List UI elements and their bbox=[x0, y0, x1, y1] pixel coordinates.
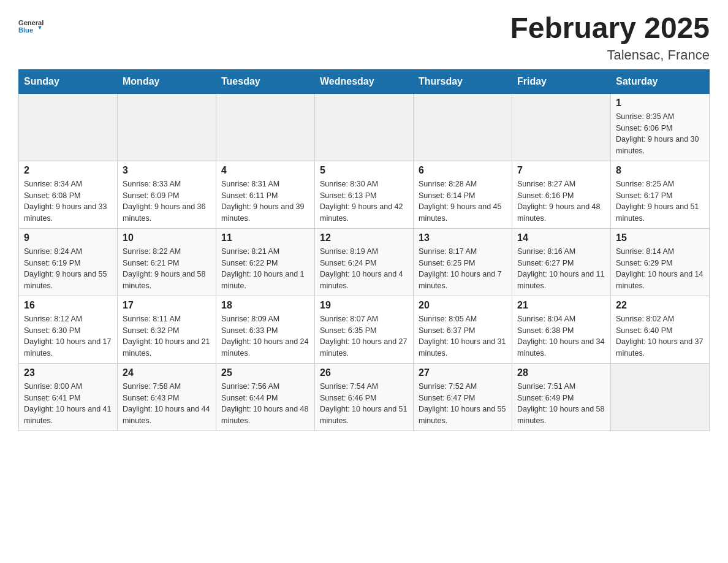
day-number: 14 bbox=[517, 232, 605, 243]
day-info: Sunrise: 8:22 AMSunset: 6:21 PMDaylight:… bbox=[123, 246, 211, 292]
calendar-cell: 27Sunrise: 7:52 AMSunset: 6:47 PMDayligh… bbox=[414, 363, 512, 431]
calendar-week-row: 16Sunrise: 8:12 AMSunset: 6:30 PMDayligh… bbox=[19, 296, 710, 363]
calendar-cell bbox=[315, 93, 414, 161]
calendar-cell: 4Sunrise: 8:31 AMSunset: 6:11 PMDaylight… bbox=[216, 161, 315, 228]
month-title: February 2025 bbox=[510, 12, 710, 45]
calendar-cell: 24Sunrise: 7:58 AMSunset: 6:43 PMDayligh… bbox=[118, 363, 216, 431]
day-info: Sunrise: 8:19 AMSunset: 6:24 PMDaylight:… bbox=[320, 246, 408, 292]
day-info: Sunrise: 8:17 AMSunset: 6:25 PMDaylight:… bbox=[419, 246, 507, 292]
calendar-cell: 22Sunrise: 8:02 AMSunset: 6:40 PMDayligh… bbox=[611, 296, 710, 363]
day-number: 9 bbox=[24, 232, 112, 243]
day-info: Sunrise: 8:07 AMSunset: 6:35 PMDaylight:… bbox=[320, 313, 408, 359]
calendar-cell: 20Sunrise: 8:05 AMSunset: 6:37 PMDayligh… bbox=[414, 296, 512, 363]
calendar-week-row: 23Sunrise: 8:00 AMSunset: 6:41 PMDayligh… bbox=[19, 363, 710, 431]
day-header-thursday: Thursday bbox=[414, 69, 512, 93]
svg-marker-1 bbox=[38, 26, 42, 30]
calendar-cell: 5Sunrise: 8:30 AMSunset: 6:13 PMDaylight… bbox=[315, 161, 414, 228]
day-number: 25 bbox=[221, 367, 309, 378]
day-header-monday: Monday bbox=[118, 69, 216, 93]
day-number: 12 bbox=[320, 232, 408, 243]
location-title: Talensac, France bbox=[510, 47, 710, 63]
calendar-cell: 8Sunrise: 8:25 AMSunset: 6:17 PMDaylight… bbox=[611, 161, 710, 228]
day-info: Sunrise: 8:09 AMSunset: 6:33 PMDaylight:… bbox=[221, 313, 309, 359]
day-info: Sunrise: 7:52 AMSunset: 6:47 PMDaylight:… bbox=[419, 381, 507, 427]
day-number: 22 bbox=[616, 300, 704, 311]
calendar-cell bbox=[414, 93, 512, 161]
calendar-cell: 15Sunrise: 8:14 AMSunset: 6:29 PMDayligh… bbox=[611, 228, 710, 296]
day-info: Sunrise: 8:33 AMSunset: 6:09 PMDaylight:… bbox=[123, 178, 211, 224]
day-info: Sunrise: 8:14 AMSunset: 6:29 PMDaylight:… bbox=[616, 246, 704, 292]
calendar-cell: 21Sunrise: 8:04 AMSunset: 6:38 PMDayligh… bbox=[512, 296, 611, 363]
day-info: Sunrise: 8:34 AMSunset: 6:08 PMDaylight:… bbox=[24, 178, 112, 224]
day-info: Sunrise: 8:28 AMSunset: 6:14 PMDaylight:… bbox=[419, 178, 507, 224]
day-header-friday: Friday bbox=[512, 69, 611, 93]
calendar-cell: 26Sunrise: 7:54 AMSunset: 6:46 PMDayligh… bbox=[315, 363, 414, 431]
calendar-cell: 13Sunrise: 8:17 AMSunset: 6:25 PMDayligh… bbox=[414, 228, 512, 296]
day-info: Sunrise: 8:16 AMSunset: 6:27 PMDaylight:… bbox=[517, 246, 605, 292]
day-number: 28 bbox=[517, 367, 605, 378]
logo-icon: General Blue bbox=[18, 12, 49, 40]
day-number: 11 bbox=[221, 232, 309, 243]
svg-text:Blue: Blue bbox=[18, 26, 33, 34]
day-number: 27 bbox=[419, 367, 507, 378]
day-info: Sunrise: 7:54 AMSunset: 6:46 PMDaylight:… bbox=[320, 381, 408, 427]
calendar-cell: 28Sunrise: 7:51 AMSunset: 6:49 PMDayligh… bbox=[512, 363, 611, 431]
day-info: Sunrise: 8:31 AMSunset: 6:11 PMDaylight:… bbox=[221, 178, 309, 224]
day-info: Sunrise: 8:21 AMSunset: 6:22 PMDaylight:… bbox=[221, 246, 309, 292]
calendar-cell bbox=[216, 93, 315, 161]
day-number: 23 bbox=[24, 367, 112, 378]
day-number: 5 bbox=[320, 165, 408, 176]
calendar-week-row: 9Sunrise: 8:24 AMSunset: 6:19 PMDaylight… bbox=[19, 228, 710, 296]
day-number: 2 bbox=[24, 165, 112, 176]
calendar-cell bbox=[611, 363, 710, 431]
day-info: Sunrise: 8:04 AMSunset: 6:38 PMDaylight:… bbox=[517, 313, 605, 359]
day-number: 21 bbox=[517, 300, 605, 311]
day-info: Sunrise: 8:12 AMSunset: 6:30 PMDaylight:… bbox=[24, 313, 112, 359]
day-number: 3 bbox=[123, 165, 211, 176]
day-number: 1 bbox=[616, 98, 704, 109]
calendar-cell: 25Sunrise: 7:56 AMSunset: 6:44 PMDayligh… bbox=[216, 363, 315, 431]
calendar-cell: 16Sunrise: 8:12 AMSunset: 6:30 PMDayligh… bbox=[19, 296, 118, 363]
day-number: 17 bbox=[123, 300, 211, 311]
calendar-cell: 6Sunrise: 8:28 AMSunset: 6:14 PMDaylight… bbox=[414, 161, 512, 228]
day-info: Sunrise: 8:02 AMSunset: 6:40 PMDaylight:… bbox=[616, 313, 704, 359]
day-info: Sunrise: 8:11 AMSunset: 6:32 PMDaylight:… bbox=[123, 313, 211, 359]
calendar-cell: 23Sunrise: 8:00 AMSunset: 6:41 PMDayligh… bbox=[19, 363, 118, 431]
day-number: 7 bbox=[517, 165, 605, 176]
calendar-cell: 12Sunrise: 8:19 AMSunset: 6:24 PMDayligh… bbox=[315, 228, 414, 296]
svg-text:General: General bbox=[18, 19, 44, 26]
day-header-wednesday: Wednesday bbox=[315, 69, 414, 93]
calendar-cell: 2Sunrise: 8:34 AMSunset: 6:08 PMDaylight… bbox=[19, 161, 118, 228]
day-header-sunday: Sunday bbox=[19, 69, 118, 93]
logo: General Blue bbox=[18, 12, 49, 40]
day-number: 19 bbox=[320, 300, 408, 311]
day-info: Sunrise: 8:30 AMSunset: 6:13 PMDaylight:… bbox=[320, 178, 408, 224]
day-header-tuesday: Tuesday bbox=[216, 69, 315, 93]
day-info: Sunrise: 8:24 AMSunset: 6:19 PMDaylight:… bbox=[24, 246, 112, 292]
day-number: 6 bbox=[419, 165, 507, 176]
calendar-cell: 1Sunrise: 8:35 AMSunset: 6:06 PMDaylight… bbox=[611, 93, 710, 161]
day-number: 20 bbox=[419, 300, 507, 311]
title-block: February 2025 Talensac, France bbox=[510, 12, 710, 63]
calendar-cell: 9Sunrise: 8:24 AMSunset: 6:19 PMDaylight… bbox=[19, 228, 118, 296]
calendar-table: SundayMondayTuesdayWednesdayThursdayFrid… bbox=[18, 69, 710, 431]
calendar-cell bbox=[19, 93, 118, 161]
calendar-cell: 14Sunrise: 8:16 AMSunset: 6:27 PMDayligh… bbox=[512, 228, 611, 296]
day-info: Sunrise: 8:25 AMSunset: 6:17 PMDaylight:… bbox=[616, 178, 704, 224]
calendar-cell: 7Sunrise: 8:27 AMSunset: 6:16 PMDaylight… bbox=[512, 161, 611, 228]
calendar-cell: 19Sunrise: 8:07 AMSunset: 6:35 PMDayligh… bbox=[315, 296, 414, 363]
day-number: 26 bbox=[320, 367, 408, 378]
day-info: Sunrise: 8:35 AMSunset: 6:06 PMDaylight:… bbox=[616, 111, 704, 157]
day-info: Sunrise: 8:00 AMSunset: 6:41 PMDaylight:… bbox=[24, 381, 112, 427]
page-header: General Blue February 2025 Talensac, Fra… bbox=[18, 12, 710, 63]
calendar-cell: 3Sunrise: 8:33 AMSunset: 6:09 PMDaylight… bbox=[118, 161, 216, 228]
day-number: 13 bbox=[419, 232, 507, 243]
calendar-cell bbox=[118, 93, 216, 161]
day-number: 16 bbox=[24, 300, 112, 311]
day-number: 4 bbox=[221, 165, 309, 176]
calendar-cell bbox=[512, 93, 611, 161]
day-number: 24 bbox=[123, 367, 211, 378]
calendar-cell: 11Sunrise: 8:21 AMSunset: 6:22 PMDayligh… bbox=[216, 228, 315, 296]
calendar-cell: 10Sunrise: 8:22 AMSunset: 6:21 PMDayligh… bbox=[118, 228, 216, 296]
day-number: 15 bbox=[616, 232, 704, 243]
